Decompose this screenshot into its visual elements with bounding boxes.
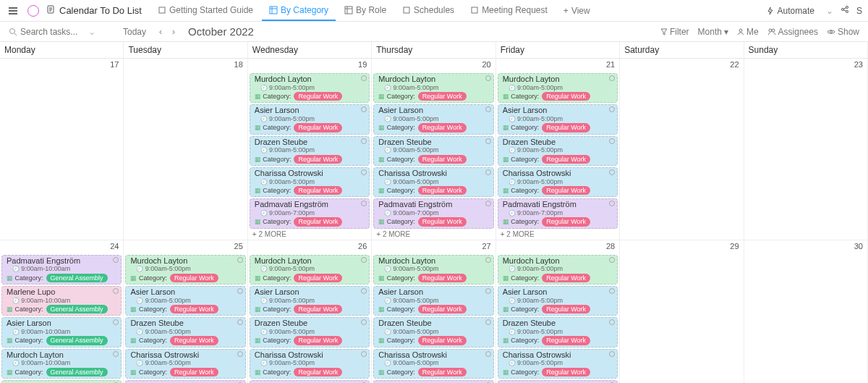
event-category-label: Category: <box>255 156 292 163</box>
event-time: 9:00am-5:00pm <box>136 359 242 366</box>
calendar-event[interactable]: Murdoch Layton 9:00am-5:00pm Category: R… <box>498 73 618 103</box>
calendar-event[interactable]: Asier Larson 9:00am-5:00pm Category: Reg… <box>125 286 245 316</box>
event-category-pill: Regular Work <box>170 336 218 345</box>
event-category-pill: Regular Work <box>170 274 218 282</box>
calendar-event[interactable]: Charissa Ostrowski 9:00am-5:00pm Categor… <box>373 167 493 197</box>
date-number: 23 <box>854 60 863 69</box>
calendar-event[interactable]: Drazen Steube 9:00am-5:00pm Category: Re… <box>125 317 245 347</box>
calendar-cell[interactable]: 24 Padmavati Engström 9:00am-10:00am Cat… <box>0 240 124 383</box>
calendar-cell[interactable]: 29 <box>620 240 744 383</box>
assignees-button[interactable]: Assignees <box>767 27 818 37</box>
event-status-icon <box>485 288 491 294</box>
event-category-pill: Regular Work <box>542 92 590 101</box>
tab-schedules[interactable]: Schedules <box>395 0 461 21</box>
event-category-pill: Regular Work <box>542 186 590 195</box>
event-status-icon <box>485 138 491 144</box>
add-view-button[interactable]: +View <box>556 6 597 16</box>
calendar-event[interactable]: Asier Larson 9:00am-5:00pm Category: Reg… <box>498 104 618 134</box>
calendar-event[interactable]: Drazen Steube 9:00am-5:00pm Category: Re… <box>498 136 618 166</box>
event-category-pill: Regular Work <box>294 155 342 164</box>
date-number: 17 <box>110 60 119 69</box>
more-events-link[interactable]: + 2 MORE <box>376 230 493 238</box>
event-category-label: Category: <box>255 369 292 376</box>
calendar-event[interactable]: Marlene Lupo 9:00am-10:00am Category: Ge… <box>1 286 122 316</box>
tab-by-category[interactable]: By Category <box>262 0 336 21</box>
share-icon[interactable] <box>841 5 849 16</box>
automate-button[interactable]: Automate <box>762 3 819 19</box>
calendar-event[interactable]: Asier Larson 9:00am-10:00am Category: Ge… <box>1 317 122 347</box>
calendar-cell[interactable]: 27 Murdoch Layton 9:00am-5:00pm Category… <box>372 240 495 383</box>
tab-meeting-request[interactable]: Meeting Request <box>463 0 555 21</box>
event-category-label: Category: <box>378 124 415 131</box>
calendar-event[interactable]: Charissa Ostrowski 9:00am-5:00pm Categor… <box>250 167 370 197</box>
event-name: Murdoch Layton <box>503 256 614 266</box>
calendar-event[interactable]: Padmavati Engström 9:00am-7:00pm Categor… <box>498 198 618 228</box>
next-icon[interactable]: › <box>169 25 178 38</box>
calendar-cell[interactable]: 17 <box>0 59 124 240</box>
calendar-event[interactable]: Padmavati Engström 9:00am-7:00pm Categor… <box>373 198 493 228</box>
calendar-event[interactable]: Asier Larson 9:00am-5:00pm Category: Reg… <box>373 104 493 134</box>
calendar-cell[interactable]: 21 Murdoch Layton 9:00am-5:00pm Category… <box>496 59 620 240</box>
tab-by-role[interactable]: By Role <box>337 0 393 21</box>
calendar-event[interactable]: Drazen Steube 9:00am-5:00pm Category: Re… <box>373 317 493 347</box>
search-dropdown-icon[interactable]: ⌄ <box>88 27 95 37</box>
calendar-event[interactable]: Asier Larson 9:00am-5:00pm Category: Reg… <box>250 104 370 134</box>
calendar-event[interactable]: Padmavati Engström 9:00am-7:00pm Categor… <box>250 380 370 383</box>
view-mode-select[interactable]: Month▾ <box>698 27 728 37</box>
doc-icon <box>46 5 55 16</box>
search-input[interactable] <box>20 27 85 37</box>
calendar-event[interactable]: Murdoch Layton 9:00am-5:00pm Category: R… <box>250 255 370 285</box>
event-category-pill: Regular Work <box>170 305 218 313</box>
calendar-event[interactable]: Murdoch Layton 9:00am-5:00pm Category: R… <box>498 255 618 285</box>
calendar-cell[interactable]: 20 Murdoch Layton 9:00am-5:00pm Category… <box>372 59 495 240</box>
show-button[interactable]: Show <box>827 27 859 37</box>
calendar-event[interactable]: Charissa Ostrowski 9:00am-5:00pm Categor… <box>373 349 493 379</box>
calendar-cell[interactable]: 18 <box>124 59 247 240</box>
calendar-event[interactable]: Drazen Steube 9:00am-5:00pm Category: Re… <box>498 317 618 347</box>
calendar-event[interactable]: Padmavati Engström 9:00am-7:00pm Categor… <box>373 380 493 383</box>
calendar-event[interactable]: Charissa Ostrowski 9:00am-5:00pm Categor… <box>498 349 618 379</box>
svg-rect-4 <box>404 7 409 13</box>
calendar-event[interactable]: Drazen Steube 9:00am-5:00pm Category: Re… <box>250 317 370 347</box>
calendar-event[interactable]: Murdoch Layton 9:00am-10:00am Category: … <box>1 349 122 379</box>
calendar-event[interactable]: Drazen Steube 9:00am-5:00pm Category: Re… <box>250 136 370 166</box>
calendar-cell[interactable]: 23 <box>744 59 868 240</box>
calendar-event[interactable]: Charissa Ostrowski 9:00am-5:00pm Categor… <box>125 349 245 379</box>
menu-icon[interactable] <box>6 4 20 18</box>
workspace-logo[interactable] <box>27 5 39 17</box>
calendar-event[interactable]: Charissa Ostrowski 9:00am-5:00pm Categor… <box>250 349 370 379</box>
calendar-event[interactable]: Charissa Ostrowski 9:00am-5:00pm Categor… <box>498 167 618 197</box>
calendar-event[interactable]: Sanjeev Aquino 9:00am-10:00am Category: … <box>1 380 122 383</box>
today-button[interactable]: Today <box>123 27 146 37</box>
calendar-event[interactable]: Asier Larson 9:00am-5:00pm Category: Reg… <box>250 286 370 316</box>
calendar-event[interactable]: Asier Larson 9:00am-5:00pm Category: Reg… <box>498 286 618 316</box>
calendar-cell[interactable]: 19 Murdoch Layton 9:00am-5:00pm Category… <box>248 59 372 240</box>
event-category-pill: General Assembly <box>46 274 108 282</box>
tab-getting-started[interactable]: Getting Started Guide <box>150 0 260 21</box>
calendar-cell[interactable]: 25 Murdoch Layton 9:00am-5:00pm Category… <box>124 240 247 383</box>
more-events-link[interactable]: + 2 MORE <box>252 230 370 238</box>
calendar-cell[interactable]: 28 Murdoch Layton 9:00am-5:00pm Category… <box>496 240 620 383</box>
event-category-pill: Regular Work <box>418 155 467 164</box>
day-header: Sunday <box>744 42 868 58</box>
calendar-event[interactable]: Padmavati Engström 9:00am-7:00pm Categor… <box>250 198 370 228</box>
calendar-event[interactable]: Padmavati Engström 9:00am-10:00am Catego… <box>1 255 122 285</box>
calendar-event[interactable]: Murdoch Layton 9:00am-5:00pm Category: R… <box>373 73 493 103</box>
calendar-cell[interactable]: 30 <box>744 240 868 383</box>
calendar-event[interactable]: Murdoch Layton 9:00am-5:00pm Category: R… <box>373 255 493 285</box>
filter-button[interactable]: Filter <box>660 27 689 37</box>
prev-icon[interactable]: ‹ <box>156 25 165 38</box>
calendar-cell[interactable]: 26 Murdoch Layton 9:00am-5:00pm Category… <box>248 240 372 383</box>
calendar-cell[interactable]: 22 <box>620 59 744 240</box>
calendar-event[interactable]: Asier Larson 9:00am-5:00pm Category: Reg… <box>373 286 493 316</box>
calendar-event[interactable]: Padmavati Engström 9:00am-7:00pm Categor… <box>125 380 245 383</box>
calendar-event[interactable]: Padmavati Engström 9:00am-7:00pm Categor… <box>498 380 618 383</box>
calendar-event[interactable]: Drazen Steube 9:00am-5:00pm Category: Re… <box>373 136 493 166</box>
more-events-link[interactable]: + 2 MORE <box>501 230 618 238</box>
calendar-event[interactable]: Murdoch Layton 9:00am-5:00pm Category: R… <box>250 73 370 103</box>
event-category-label: Category: <box>378 93 415 100</box>
me-toggle[interactable]: Me <box>737 27 759 37</box>
calendar-event[interactable]: Murdoch Layton 9:00am-5:00pm Category: R… <box>125 255 245 285</box>
automate-chevron-icon[interactable]: ⌄ <box>826 6 833 16</box>
event-time: 9:00am-7:00pm <box>260 209 366 216</box>
